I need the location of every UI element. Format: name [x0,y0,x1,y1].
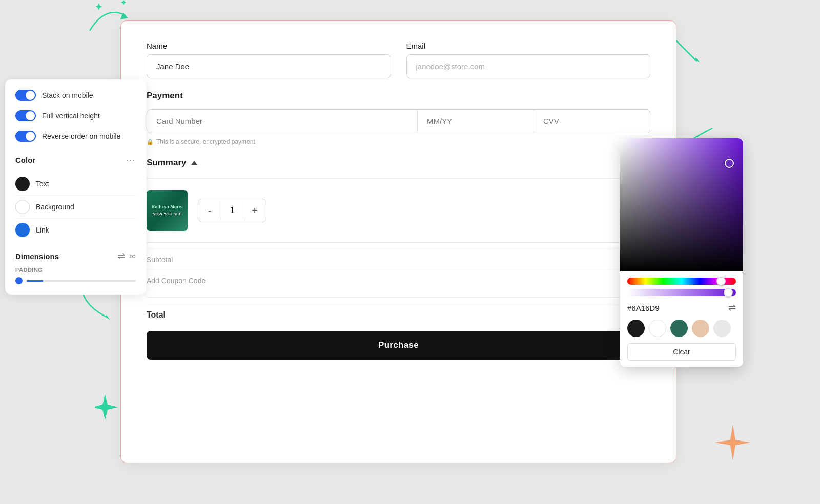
total-row: Total [147,304,650,326]
cvv-input[interactable] [534,110,650,133]
summary-divider-top [147,178,650,179]
hue-thumb [716,277,726,286]
swatch-row [627,320,736,337]
dimensions-section: Dimensions ⇌ ∞ PADDING [15,250,136,284]
toggle-row-stack: Stack on mobile [15,90,136,101]
summary-title: Summary [147,158,186,168]
adjust-icon[interactable]: ⇌ [117,250,125,262]
summary-divider-mid1 [147,242,650,243]
full-vertical-height-toggle[interactable] [15,110,36,121]
swatch-light[interactable] [713,320,731,337]
payment-section-title: Payment [147,91,650,101]
book-author: Kathryn Moris [152,204,183,210]
card-number-input[interactable] [147,110,417,133]
name-input[interactable] [147,54,391,78]
color-section-menu[interactable]: ⋯ [126,154,136,165]
link-color-dot [15,223,30,237]
bg-color-dot [15,200,30,214]
book-title: NOW YOU SEE [152,212,181,217]
swatch-white[interactable] [649,320,666,337]
coupon-link[interactable]: Add Coupon Code [147,277,206,285]
checkout-panel: Name Email Payment 🔒 This is a secure, e… [120,20,676,463]
name-label: Name [147,41,391,50]
name-email-row: Name Email [147,41,650,78]
dimensions-header: Dimensions ⇌ ∞ [15,250,136,262]
bg-color-label: Background [36,203,74,211]
email-label: Email [406,41,651,50]
padding-slider-row [15,277,136,284]
color-row-link[interactable]: Link [15,219,136,241]
coupon-row: Add Coupon Code [147,270,650,291]
toggle-row-full-height: Full vertical height [15,110,136,121]
svg-text:✦: ✦ [120,0,127,7]
slider-track[interactable] [27,280,136,282]
link-icon[interactable]: ∞ [129,251,136,262]
color-row-text[interactable]: Text [15,173,136,196]
slider-handle[interactable] [15,277,23,284]
total-label: Total [147,310,166,320]
alpha-slider[interactable] [627,289,736,296]
svg-text:✦: ✦ [95,2,102,12]
mm-yy-input[interactable] [417,110,534,133]
chevron-up-icon[interactable] [191,161,197,165]
swatch-peach[interactable] [692,320,709,337]
swatch-black[interactable] [627,320,645,337]
subtotal-label: Subtotal [147,256,173,264]
color-section-header: Color ⋯ [15,151,136,165]
text-color-dot [15,177,30,191]
hex-value[interactable]: #6A16D9 [627,304,660,312]
color-picker-panel: #6A16D9 ⇌ Clear [620,138,743,367]
hex-row: #6A16D9 ⇌ [627,302,736,313]
alpha-thumb [724,288,733,297]
summary-header: Summary [147,158,650,168]
dimensions-title: Dimensions [15,252,59,261]
secure-text: 🔒 This is a secure, encrypted payment [147,138,650,145]
hue-slider[interactable] [627,278,736,285]
reverse-order-label: Reverse order on mobile [42,132,120,140]
email-group: Email [406,41,651,78]
stack-on-mobile-label: Stack on mobile [42,91,93,99]
link-color-label: Link [36,226,49,234]
qty-value: 1 [221,201,243,220]
increase-qty-button[interactable]: + [243,199,266,222]
reverse-order-toggle[interactable] [15,131,36,142]
text-color-label: Text [36,180,49,188]
padding-label: PADDING [15,267,136,273]
toggle-row-reverse: Reverse order on mobile [15,131,136,142]
book-cover: Kathryn Moris NOW YOU SEE [147,190,188,231]
email-input[interactable] [406,54,651,78]
payment-row [147,109,650,133]
product-row: Kathryn Moris NOW YOU SEE - 1 + [147,185,650,236]
settings-panel: Stack on mobile Full vertical height Rev… [5,79,146,295]
stack-on-mobile-toggle[interactable] [15,90,36,101]
lock-icon: 🔒 [147,139,154,145]
adjust-sliders-icon[interactable]: ⇌ [728,302,736,313]
full-vertical-height-label: Full vertical height [42,112,100,120]
slider-fill [27,280,43,282]
clear-button[interactable]: Clear [627,343,736,361]
color-section-title: Color [15,156,35,164]
color-controls: #6A16D9 ⇌ Clear [620,271,743,367]
decrease-qty-button[interactable]: - [198,199,221,222]
purchase-button[interactable]: Purchase [147,331,650,360]
color-picker-cursor [725,159,734,168]
name-group: Name [147,41,391,78]
dimensions-icons: ⇌ ∞ [117,250,136,262]
subtotal-row: Subtotal [147,249,650,270]
color-gradient-area[interactable] [620,138,743,271]
summary-divider-mid2 [147,297,650,298]
quantity-control: - 1 + [198,199,266,222]
color-row-background[interactable]: Background [15,196,136,219]
swatch-teal[interactable] [670,320,688,337]
